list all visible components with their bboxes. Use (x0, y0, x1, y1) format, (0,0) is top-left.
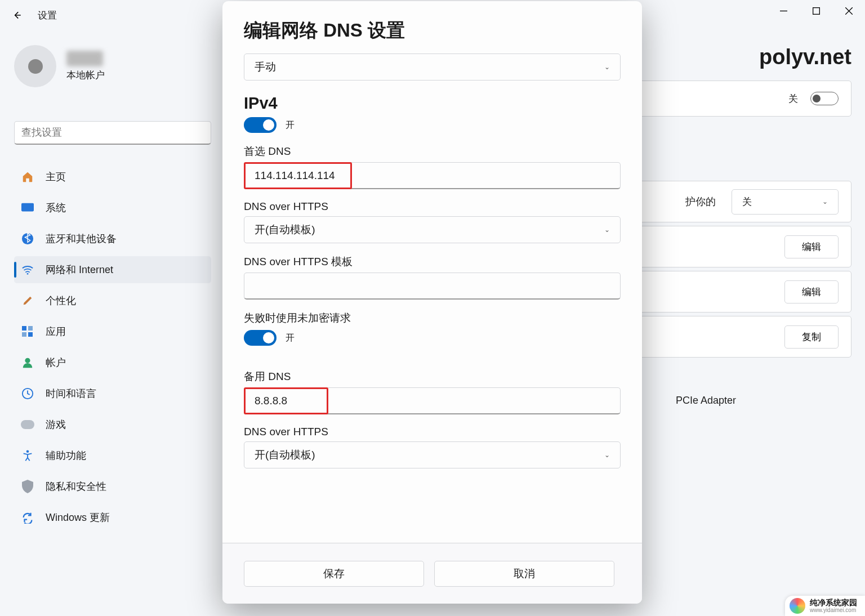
chevron-down-icon: ⌄ (604, 63, 610, 71)
toggle-on-label: 开 (286, 119, 295, 131)
doh-select-1[interactable]: 开(自动模板) ⌄ (244, 216, 621, 243)
sidebar-item-windows-update[interactable]: Windows 更新 (14, 504, 211, 531)
chevron-down-icon: ⌄ (822, 198, 828, 206)
edit-button[interactable]: 编辑 (784, 280, 839, 303)
sidebar: 主页 系统 蓝牙和其他设备 网络和 Internet 个性化 应用 帐户 (14, 163, 211, 531)
bg-desc-fragment: 护你的 (685, 195, 716, 208)
svg-rect-10 (21, 420, 34, 429)
sidebar-item-label: 应用 (46, 325, 66, 338)
personalize-icon (21, 294, 34, 307)
sidebar-item-label: 系统 (46, 201, 66, 215)
apps-icon (21, 325, 34, 338)
fallback-toggle[interactable] (244, 330, 277, 346)
sidebar-item-label: 主页 (46, 170, 66, 184)
doh-template-input[interactable] (244, 273, 621, 300)
sidebar-item-gaming[interactable]: 游戏 (14, 411, 211, 438)
watermark: 纯净系统家园 www.yidaimei.com (785, 596, 865, 616)
bluetooth-icon (21, 232, 34, 245)
window-controls (767, 0, 865, 21)
preferred-dns-label: 首选 DNS (244, 144, 621, 159)
svg-point-8 (25, 358, 30, 363)
doh-template-label: DNS over HTTPS 模板 (244, 255, 621, 269)
svg-rect-4 (22, 326, 26, 331)
bg-select[interactable]: 关 ⌄ (732, 189, 839, 215)
doh-label-1: DNS over HTTPS (244, 200, 621, 213)
sidebar-item-label: Windows 更新 (46, 511, 110, 524)
toggle-off[interactable] (810, 92, 839, 105)
sidebar-item-privacy[interactable]: 隐私和安全性 (14, 473, 211, 500)
avatar (14, 45, 56, 87)
username-blurred (66, 51, 103, 66)
svg-rect-0 (813, 7, 819, 14)
mode-select[interactable]: 手动 ⌄ (244, 53, 621, 81)
fallback-label: 失败时使用未加密请求 (244, 311, 621, 325)
sidebar-item-label: 辅助功能 (46, 449, 86, 462)
sidebar-item-system[interactable]: 系统 (14, 194, 211, 221)
dialog-title: 编辑网络 DNS 设置 (244, 18, 621, 43)
copy-button[interactable]: 复制 (784, 325, 839, 349)
accounts-icon (21, 356, 34, 369)
svg-rect-5 (28, 326, 33, 331)
svg-point-3 (27, 273, 29, 275)
close-button[interactable] (832, 0, 865, 21)
sidebar-item-label: 时间和语言 (46, 387, 96, 400)
sidebar-item-home[interactable]: 主页 (14, 163, 211, 190)
settings-title: 设置 (38, 9, 57, 22)
sidebar-item-personalize[interactable]: 个性化 (14, 287, 211, 314)
alt-dns-input[interactable]: 8.8.8.8 (244, 387, 621, 414)
sidebar-item-accounts[interactable]: 帐户 (14, 349, 211, 376)
toggle-off-text: 关 (788, 92, 798, 105)
time-language-icon (21, 387, 34, 400)
sidebar-item-network[interactable]: 网络和 Internet (14, 256, 211, 283)
svg-rect-7 (28, 332, 33, 337)
system-icon (21, 201, 34, 215)
sidebar-item-label: 帐户 (46, 356, 66, 369)
edit-button[interactable]: 编辑 (784, 235, 839, 258)
watermark-url: www.yidaimei.com (810, 607, 857, 613)
svg-rect-6 (22, 332, 26, 337)
home-icon (21, 170, 34, 184)
preferred-dns-input[interactable]: 114.114.114.114 (244, 162, 621, 189)
search-input[interactable] (14, 121, 211, 145)
watermark-title: 纯净系统家园 (810, 599, 857, 607)
gaming-icon (21, 418, 34, 431)
sidebar-item-accessibility[interactable]: 辅助功能 (14, 442, 211, 469)
sidebar-item-label: 网络和 Internet (46, 263, 113, 276)
privacy-icon (21, 480, 34, 493)
save-button[interactable]: 保存 (244, 561, 424, 587)
sidebar-item-time-language[interactable]: 时间和语言 (14, 380, 211, 407)
sidebar-item-label: 隐私和安全性 (46, 480, 106, 493)
sidebar-item-apps[interactable]: 应用 (14, 318, 211, 345)
account-type: 本地帐户 (66, 69, 105, 82)
windowsupdate-icon (21, 511, 34, 524)
watermark-logo-icon (790, 598, 805, 614)
back-button[interactable] (10, 8, 24, 22)
maximize-button[interactable] (800, 0, 832, 21)
sidebar-item-bluetooth[interactable]: 蓝牙和其他设备 (14, 225, 211, 252)
doh-select-2[interactable]: 开(自动模板) ⌄ (244, 441, 621, 468)
avatar-placeholder-icon (28, 59, 43, 74)
toggle-on-label: 开 (286, 332, 295, 344)
dns-settings-dialog: 编辑网络 DNS 设置 手动 ⌄ IPv4 开 首选 DNS 114.114.1… (222, 1, 642, 604)
chevron-down-icon: ⌄ (604, 226, 610, 234)
network-icon (21, 263, 34, 276)
sidebar-item-label: 游戏 (46, 418, 66, 431)
doh-label-2: DNS over HTTPS (244, 426, 621, 438)
svg-rect-1 (21, 203, 34, 212)
sidebar-item-label: 蓝牙和其他设备 (46, 232, 117, 245)
alt-dns-label: 备用 DNS (244, 369, 621, 384)
sidebar-item-label: 个性化 (46, 294, 76, 307)
profile-block: 本地帐户 (14, 45, 105, 87)
cancel-button[interactable]: 取消 (434, 561, 614, 587)
minimize-button[interactable] (767, 0, 800, 21)
accessibility-icon (21, 449, 34, 462)
ipv4-heading: IPv4 (244, 94, 621, 113)
ipv4-toggle[interactable] (244, 117, 277, 133)
chevron-down-icon: ⌄ (604, 451, 610, 459)
svg-point-11 (26, 450, 29, 453)
